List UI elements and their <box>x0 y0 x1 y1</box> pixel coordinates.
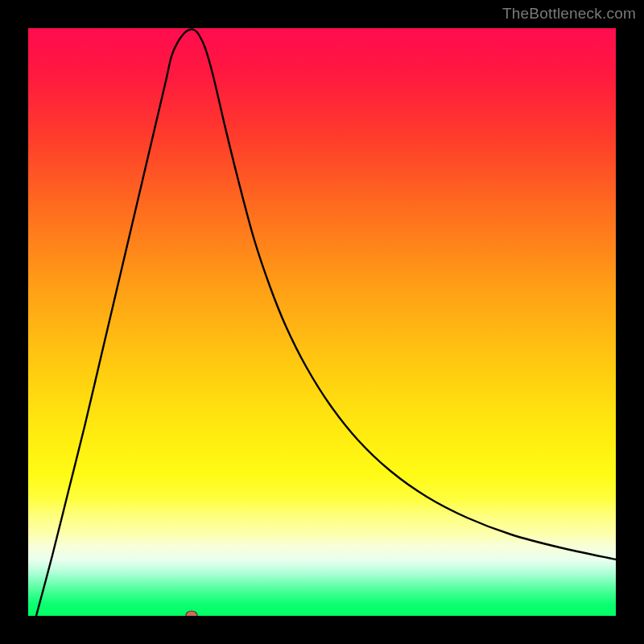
chart-frame: TheBottleneck.com <box>0 0 644 644</box>
watermark-text: TheBottleneck.com <box>502 5 636 23</box>
bottleneck-curve-line <box>36 29 616 616</box>
optimal-point-marker <box>186 611 197 616</box>
curve-group <box>36 29 616 616</box>
chart-svg <box>28 28 616 616</box>
plot-area <box>28 28 616 616</box>
